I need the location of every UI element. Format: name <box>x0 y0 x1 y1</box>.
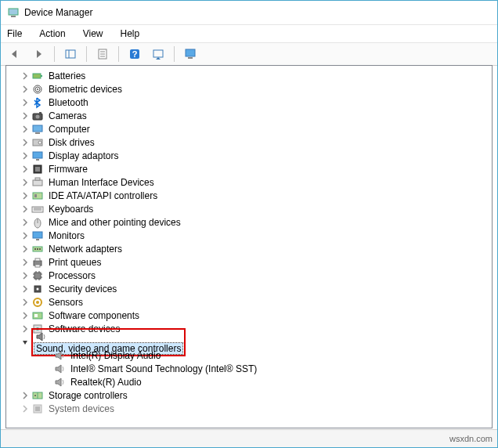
category-sound[interactable]: Sound, video and game controllers <box>6 335 492 349</box>
fingerprint-icon <box>31 83 44 96</box>
category-disk[interactable]: Disk drives <box>6 135 492 149</box>
chevron-right-icon[interactable] <box>19 123 31 135</box>
monitor-icon <box>31 229 44 242</box>
chevron-right-icon[interactable] <box>19 203 31 215</box>
category-firmware[interactable]: Firmware <box>6 162 492 175</box>
category-keyboard[interactable]: Keyboards <box>6 202 492 215</box>
chevron-right-icon[interactable] <box>19 96 31 109</box>
chevron-right-icon[interactable] <box>19 190 31 202</box>
storage-icon <box>31 389 44 402</box>
display-icon <box>31 150 44 162</box>
svg-rect-25 <box>33 152 42 158</box>
chevron-right-icon[interactable] <box>19 83 31 96</box>
category-sensor[interactable]: Sensors <box>6 295 492 309</box>
chevron-right-icon[interactable] <box>19 70 31 82</box>
category-label: Storage controllers <box>47 390 129 401</box>
category-monitor[interactable]: Monitors <box>6 229 492 242</box>
firmware-icon <box>31 163 44 175</box>
chevron-right-icon[interactable] <box>19 389 31 402</box>
category-security[interactable]: Security devices <box>6 282 492 295</box>
chevron-right-icon[interactable] <box>19 256 31 269</box>
no-arrow <box>41 376 53 388</box>
category-mouse[interactable]: Mice and other pointing devices <box>6 215 492 229</box>
chevron-right-icon[interactable] <box>19 176 31 189</box>
printer-icon <box>31 256 44 269</box>
chevron-right-icon[interactable] <box>19 309 31 322</box>
cpu-icon <box>31 269 44 282</box>
device-label: Intel(R) Display Audio <box>69 350 162 361</box>
category-network[interactable]: Network adapters <box>6 242 492 255</box>
device-speaker[interactable]: Intel® Smart Sound Technology (Intel® SS… <box>6 362 492 375</box>
category-display[interactable]: Display adaptors <box>6 149 492 162</box>
svg-rect-61 <box>34 314 38 317</box>
category-hid[interactable]: Human Interface Devices <box>6 175 492 189</box>
properties-button[interactable] <box>93 45 112 63</box>
chevron-right-icon[interactable] <box>19 269 31 282</box>
category-cpu[interactable]: Processors <box>6 269 492 282</box>
svg-point-66 <box>34 395 36 396</box>
device-speaker[interactable]: Intel(R) Display Audio <box>6 349 492 362</box>
toolbar-separator <box>118 46 119 62</box>
category-label: IDE ATA/ATAPI controllers <box>47 190 159 201</box>
category-storage[interactable]: Storage controllers <box>6 388 492 402</box>
network-icon <box>31 243 44 255</box>
chevron-right-icon[interactable] <box>19 283 31 295</box>
chevron-right-icon[interactable] <box>19 229 31 242</box>
chevron-down-icon[interactable] <box>19 336 31 349</box>
svg-rect-47 <box>34 273 41 279</box>
chevron-right-icon[interactable] <box>19 323 31 335</box>
computer-icon <box>31 123 44 135</box>
category-label: Batteries <box>47 70 87 81</box>
category-camera[interactable]: Cameras <box>6 109 492 122</box>
svg-rect-46 <box>35 265 40 267</box>
device-speaker[interactable]: Realtek(R) Audio <box>6 375 492 388</box>
category-label: Display adaptors <box>47 150 120 161</box>
disk-icon <box>31 136 44 149</box>
show-hide-console-tree-button[interactable] <box>61 45 80 63</box>
chevron-right-icon[interactable] <box>19 403 31 415</box>
sensor-icon <box>31 296 44 309</box>
category-fingerprint[interactable]: Biometric devices <box>6 82 492 96</box>
svg-rect-2 <box>66 50 75 58</box>
category-bluetooth[interactable]: Bluetooth <box>6 96 492 109</box>
category-label: Software components <box>47 310 141 321</box>
chevron-right-icon[interactable] <box>19 296 31 309</box>
svg-rect-29 <box>33 180 42 186</box>
svg-rect-10 <box>153 50 163 57</box>
category-system[interactable]: System devices <box>6 402 492 415</box>
chevron-right-icon[interactable] <box>19 150 31 162</box>
category-printer[interactable]: Print queues <box>6 255 492 269</box>
status-bar: wsxdn.com <box>1 429 497 447</box>
device-tree-panel[interactable]: BatteriesBiometric devicesBluetoothCamer… <box>5 65 493 428</box>
tool-bar: ? <box>1 43 497 66</box>
category-ide[interactable]: IDE ATA/ATAPI controllers <box>6 189 492 202</box>
svg-point-59 <box>36 301 39 304</box>
menu-bar: File Action View Help <box>1 25 497 43</box>
svg-point-24 <box>38 141 42 144</box>
chevron-right-icon[interactable] <box>19 243 31 255</box>
svg-rect-26 <box>36 159 39 161</box>
category-battery[interactable]: Batteries <box>6 69 492 82</box>
forward-button[interactable] <box>29 45 48 63</box>
category-label: Bluetooth <box>47 97 90 108</box>
chevron-right-icon[interactable] <box>19 136 31 149</box>
svg-rect-38 <box>33 232 42 238</box>
devices-monitor-button[interactable] <box>181 45 200 63</box>
svg-rect-12 <box>188 57 193 59</box>
category-label: Computer <box>47 124 92 135</box>
scan-hardware-button[interactable] <box>149 45 168 63</box>
category-swcomp[interactable]: Software components <box>6 309 492 322</box>
menu-file[interactable]: File <box>5 27 23 41</box>
chevron-right-icon[interactable] <box>19 216 31 229</box>
category-computer[interactable]: Computer <box>6 122 492 135</box>
ide-icon <box>31 190 44 202</box>
menu-help[interactable]: Help <box>119 27 142 41</box>
keyboard-icon <box>31 203 44 215</box>
back-button[interactable] <box>5 45 24 63</box>
chevron-right-icon[interactable] <box>19 163 31 175</box>
menu-view[interactable]: View <box>81 27 105 41</box>
svg-rect-0 <box>9 9 18 15</box>
help-button[interactable]: ? <box>125 45 144 63</box>
chevron-right-icon[interactable] <box>19 110 31 122</box>
menu-action[interactable]: Action <box>38 27 67 41</box>
